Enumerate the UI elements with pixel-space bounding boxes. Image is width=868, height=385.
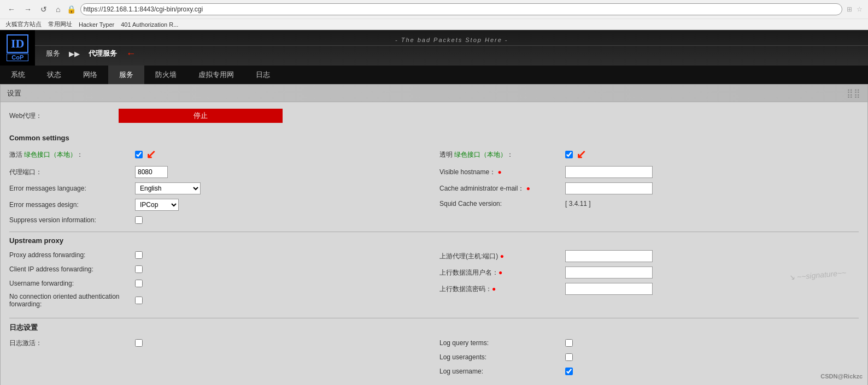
- squid-version-value: [ 3.4.11 ]: [565, 200, 859, 208]
- common-settings-layout: 激活 绿色接口（本地）： ↙ 代理端口：: [9, 145, 859, 227]
- transparent-green-label: 透明 绿色接口（本地）：: [439, 150, 565, 159]
- no-connection-auth-label: No connection oriented authentication fo…: [9, 293, 135, 308]
- no-connection-auth-value: [135, 297, 429, 304]
- bookmarks-bar: 火狐官方站点 常用网址 Hacker Typer 401 Authorizati…: [0, 19, 868, 29]
- nav-log[interactable]: 日志: [245, 66, 281, 84]
- nav-service[interactable]: 服务: [108, 66, 144, 84]
- bookmark-icon: ☆: [857, 5, 863, 13]
- ipcop-header: ID CoP - The bad Packets Stop Here - 服务 …: [0, 30, 868, 66]
- settings-title: 设置: [7, 88, 21, 98]
- error-language-select[interactable]: English Chinese French German: [135, 182, 201, 194]
- cache-admin-email-value: [565, 182, 859, 194]
- upstream-host-required: ●: [500, 252, 504, 260]
- error-design-select[interactable]: IPCop squid: [135, 199, 179, 211]
- activate-green-arrow: ↙: [146, 147, 156, 162]
- cache-admin-email-input[interactable]: [565, 182, 653, 194]
- proxy-port-input[interactable]: [135, 166, 168, 178]
- username-forwarding-value: [135, 280, 429, 287]
- proxy-address-forwarding-checkbox[interactable]: [135, 251, 143, 259]
- header-subtitle: - The bad Packets Stop Here -: [35, 34, 868, 46]
- no-connection-auth-row: No connection oriented authentication fo…: [9, 291, 429, 310]
- ipcop-logo: ID CoP: [0, 30, 35, 66]
- cache-email-required: ●: [526, 185, 530, 192]
- transparent-green-checkbox[interactable]: [565, 151, 573, 158]
- service-label: 服务: [46, 49, 60, 58]
- username-forwarding-label: Username forwarding:: [9, 280, 135, 287]
- visible-hostname-value: [565, 166, 859, 178]
- nav-vpn[interactable]: 虚拟专用网: [187, 66, 245, 84]
- logo-graphic: ID CoP: [7, 34, 28, 61]
- settings-body: Web代理： 停止 Common settings 激活 绿色接口（本地）： ↙: [1, 102, 867, 385]
- error-design-label: Error messages design:: [9, 201, 135, 209]
- no-connection-auth-checkbox[interactable]: [135, 297, 143, 304]
- nav-bar: 系统 状态 网络 服务 防火墙 虚拟专用网 日志: [0, 66, 868, 84]
- common-settings-right: 透明 绿色接口（本地）： ↙ Visible hostname： ●: [434, 145, 859, 227]
- upstream-proxy-host-row: 上游代理(主机:端口) ●: [439, 248, 859, 264]
- log-activate-row: 日志激活：: [9, 336, 429, 350]
- web-proxy-status-button[interactable]: 停止: [119, 109, 283, 123]
- visible-hostname-input[interactable]: [565, 166, 653, 178]
- log-query-terms-label: Log query terms:: [439, 339, 565, 347]
- upstream-username-input[interactable]: [565, 266, 653, 279]
- proxy-port-row: 代理端口：: [9, 164, 429, 180]
- suppress-version-label: Suppress version information:: [9, 216, 135, 224]
- bookmark-hacker[interactable]: Hacker Typer: [79, 21, 114, 28]
- upstream-proxy-heading: Upstream proxy: [9, 236, 859, 245]
- log-query-terms-checkbox[interactable]: [565, 339, 573, 347]
- bookmark-401[interactable]: 401 Authorization R...: [121, 21, 178, 28]
- upstream-password-value: [565, 283, 859, 295]
- proxy-port-label: 代理端口：: [9, 168, 135, 177]
- nav-status[interactable]: 状态: [36, 66, 72, 84]
- squid-version-text: [ 3.4.11 ]: [565, 200, 591, 208]
- common-settings-heading: Common settings: [9, 134, 859, 142]
- reload-button[interactable]: ↺: [38, 4, 49, 15]
- proxy-address-forwarding-value: [135, 251, 429, 259]
- home-button[interactable]: ⌂: [54, 4, 62, 15]
- squid-version-row: Squid Cache version: [ 3.4.11 ]: [439, 197, 859, 211]
- upstream-username-required: ●: [498, 269, 502, 276]
- log-settings-layout: 日志激活： Log query terms: Log useragents:: [9, 336, 859, 378]
- log-activate-value: [135, 339, 429, 347]
- log-activate-checkbox[interactable]: [135, 339, 143, 347]
- upstream-proxy-host-input[interactable]: [565, 250, 653, 262]
- transparent-green-value: ↙: [565, 147, 859, 162]
- section-separator-1: [9, 232, 859, 232]
- active-service-label[interactable]: 代理服务: [89, 49, 117, 58]
- settings-header: 设置 ⣿⣿: [1, 85, 867, 102]
- activate-green-checkbox[interactable]: [135, 151, 143, 158]
- nav-system[interactable]: 系统: [0, 66, 36, 84]
- settings-panel: 设置 ⣿⣿ Web代理： 停止 Common settings 激活 绿色接口（…: [0, 84, 868, 385]
- nav-network[interactable]: 网络: [72, 66, 108, 84]
- transparent-green-arrow: ↙: [576, 147, 586, 162]
- csdn-watermark: CSDN@Rickzc: [820, 373, 863, 380]
- visible-hostname-required: ●: [498, 168, 502, 176]
- log-useragents-value: [565, 353, 859, 361]
- upstream-password-row: 上行数据流密码：●: [439, 281, 859, 297]
- client-ip-forwarding-value: [135, 265, 429, 273]
- log-useragents-checkbox[interactable]: [565, 353, 573, 361]
- log-query-terms-row: Log query terms:: [439, 336, 859, 350]
- log-username-row: Log username:: [439, 364, 859, 378]
- username-forwarding-checkbox[interactable]: [135, 280, 143, 287]
- transparent-green-row: 透明 绿色接口（本地）： ↙: [439, 145, 859, 164]
- nav-arrows: ▶▶: [69, 50, 80, 58]
- nav-firewall[interactable]: 防火墙: [144, 66, 187, 84]
- visible-hostname-row: Visible hostname： ●: [439, 164, 859, 180]
- address-bar[interactable]: [80, 3, 842, 15]
- upstream-password-input[interactable]: [565, 283, 653, 295]
- suppress-version-checkbox[interactable]: [135, 216, 143, 224]
- forward-button[interactable]: →: [22, 4, 34, 15]
- bookmark-common[interactable]: 常用网址: [48, 20, 72, 28]
- upstream-password-label: 上行数据流密码：●: [439, 285, 565, 294]
- log-username-checkbox[interactable]: [565, 368, 573, 375]
- activate-green-text: 绿色接口（本地）: [24, 151, 77, 158]
- bookmark-firefox[interactable]: 火狐官方站点: [5, 20, 42, 28]
- log-settings-heading: 日志设置: [9, 323, 859, 333]
- log-right: Log query terms: Log useragents: Log use…: [434, 336, 859, 378]
- log-username-value: [565, 368, 859, 375]
- back-button[interactable]: ←: [5, 4, 17, 15]
- client-ip-forwarding-checkbox[interactable]: [135, 265, 143, 273]
- username-forwarding-row: Username forwarding:: [9, 276, 429, 291]
- error-language-label: Error messages language:: [9, 185, 135, 192]
- upstream-left: Proxy address forwarding: Client IP addr…: [9, 248, 434, 310]
